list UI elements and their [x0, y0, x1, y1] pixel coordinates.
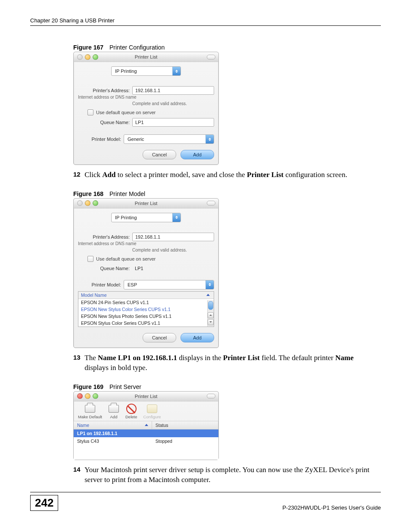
scrollbar[interactable] [207, 300, 214, 327]
printer-icon [109, 405, 119, 413]
add-label: Add [110, 414, 118, 419]
toolbar: Make Default Add Delete Configure [74, 401, 218, 421]
step-14: 14 Your Macintosh print server driver se… [73, 465, 381, 485]
titlebar[interactable]: Printer List [74, 52, 218, 62]
address-hint: Internet address or DNS name [78, 95, 214, 100]
step-12: 12 Click Add to select a printer model, … [73, 170, 381, 180]
titlebar[interactable]: Printer List [74, 392, 218, 401]
page-number: 242 [30, 495, 58, 511]
toolbar-toggle-icon[interactable] [207, 201, 215, 205]
figure-168-caption: Figure 168 Printer Model [73, 190, 381, 197]
connection-type-select[interactable]: IP Printing [111, 213, 181, 222]
default-queue-checkbox[interactable] [87, 109, 93, 115]
close-icon[interactable] [77, 200, 83, 206]
status-column-header[interactable]: Status [152, 421, 218, 429]
queue-name-input[interactable]: LP1 [132, 118, 214, 127]
figure-169-title: Print Server [109, 383, 141, 390]
configure-label: Configure [143, 414, 161, 419]
queue-name-label: Queue Name: [78, 120, 132, 125]
add-printer-button[interactable]: Add [108, 404, 119, 419]
step-14-number: 14 [73, 465, 83, 474]
figure-168-title: Printer Model [109, 190, 145, 197]
printer-config-window: Printer List IP Printing Printer's Addre… [73, 52, 219, 165]
info-card-icon [147, 404, 157, 413]
printer-model-select[interactable]: ESP [124, 280, 214, 289]
no-entry-icon [126, 404, 137, 414]
figure-168-num: Figure 168 [73, 190, 103, 197]
step-12-number: 12 [73, 170, 83, 179]
minimize-icon[interactable] [85, 200, 90, 206]
model-list[interactable]: Model Name EPSON 24-Pin Series CUPS v1.1… [78, 291, 214, 327]
list-item[interactable]: EPSON 24-Pin Series CUPS v1.1 [78, 299, 208, 306]
make-default-label: Make Default [78, 414, 102, 419]
printer-icon [85, 405, 95, 413]
printer-status: Stopped [152, 437, 218, 445]
scroll-down-icon[interactable] [208, 319, 214, 325]
list-header[interactable]: Name Status [74, 421, 218, 429]
address-hint: Internet address or DNS name [78, 241, 214, 246]
close-icon[interactable] [77, 393, 83, 399]
printer-address-label: Printer's Address: [78, 88, 132, 93]
default-queue-checkbox[interactable] [87, 256, 93, 262]
titlebar[interactable]: Printer List [74, 199, 218, 208]
table-row[interactable]: LP1 on 192.168.1.1 [74, 429, 218, 437]
chapter-header: Chapter 20 Sharing a USB Printer [30, 17, 381, 26]
figure-169-num: Figure 169 [73, 383, 103, 390]
queue-name-label: Queue Name: [78, 266, 132, 271]
printer-model-select[interactable]: Generic [124, 134, 214, 144]
step-13-number: 13 [73, 353, 83, 362]
address-valid-text: Complete and valid address. [132, 248, 214, 252]
list-item[interactable]: EPSON New Stylus Photo Series CUPS v1.1 [78, 313, 208, 320]
toolbar-toggle-icon[interactable] [207, 394, 215, 398]
delete-label: Delete [125, 414, 137, 419]
step-13: 13 The Name LP1 on 192.168.1.1 displays … [73, 353, 381, 373]
table-row[interactable]: Stylus C43 Stopped [74, 437, 218, 445]
printer-address-input[interactable]: 192.168.1.1 [132, 233, 214, 241]
configure-button: Configure [143, 404, 161, 419]
list-item[interactable]: EPSON Stylus Color Series CUPS v1.1 [78, 320, 208, 327]
scroll-thumb[interactable] [208, 301, 213, 310]
make-default-button[interactable]: Make Default [78, 404, 102, 419]
close-icon[interactable] [77, 54, 83, 60]
minimize-icon[interactable] [85, 393, 90, 399]
page-footer: 242 P-2302HWUDL-P1 Series User's Guide [30, 492, 381, 511]
toolbar-toggle-icon[interactable] [207, 55, 215, 59]
model-list-header[interactable]: Model Name [78, 292, 214, 299]
sort-up-icon [145, 424, 148, 426]
updown-arrows-icon [172, 213, 181, 222]
name-column-header[interactable]: Name [74, 421, 152, 429]
connection-type-value: IP Printing [112, 68, 172, 74]
printer-model-value: Generic [124, 137, 206, 142]
minimize-icon[interactable] [85, 54, 90, 60]
sort-up-icon [206, 294, 210, 296]
cancel-button[interactable]: Cancel [143, 333, 176, 342]
printer-model-value: ESP [124, 282, 206, 287]
guide-title: P-2302HWUDL-P1 Series User's Guide [282, 504, 381, 511]
connection-type-select[interactable]: IP Printing [111, 66, 181, 76]
zoom-icon[interactable] [93, 54, 98, 60]
updown-arrows-icon [206, 135, 214, 143]
printer-address-input[interactable]: 192.168.1.1 [132, 86, 214, 95]
printer-list-body: LP1 on 192.168.1.1 Stylus C43 Stopped [74, 429, 218, 460]
print-server-window: Printer List Make Default Add Delete Con… [73, 391, 219, 460]
figure-167-caption: Figure 167 Printer Configuration [73, 44, 381, 51]
zoom-icon[interactable] [93, 393, 98, 399]
queue-name-value: LP1 [132, 264, 214, 272]
printer-model-label: Printer Model: [78, 137, 124, 142]
printer-name: LP1 on 192.168.1.1 [74, 429, 152, 437]
add-button[interactable]: Add [181, 150, 214, 159]
zoom-icon[interactable] [93, 200, 98, 206]
add-button[interactable]: Add [181, 333, 214, 342]
connection-type-value: IP Printing [112, 215, 172, 220]
delete-printer-button[interactable]: Delete [125, 404, 137, 419]
printer-address-label: Printer's Address: [78, 234, 132, 240]
default-queue-label: Use default queue on server [96, 256, 156, 261]
printer-status [152, 429, 218, 437]
printer-model-window: Printer List IP Printing Printer's Addre… [73, 198, 219, 348]
list-item[interactable]: EPSON New Stylus Color Series CUPS v1.1 [78, 306, 208, 313]
figure-167-title: Printer Configuration [109, 44, 165, 51]
cancel-button[interactable]: Cancel [143, 150, 176, 159]
scroll-up-icon[interactable] [208, 312, 214, 318]
figure-167-num: Figure 167 [73, 44, 103, 51]
updown-arrows-icon [172, 67, 181, 75]
